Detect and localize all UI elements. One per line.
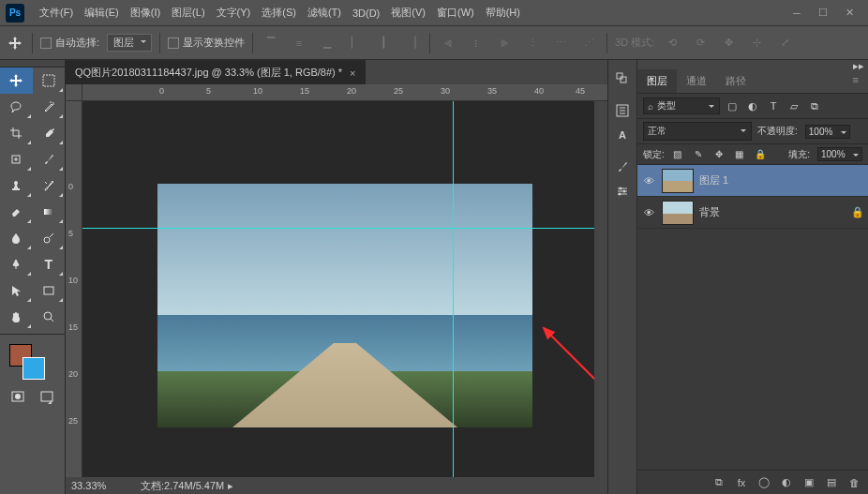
pen-tool[interactable]	[0, 251, 33, 277]
hand-tool[interactable]	[0, 304, 33, 330]
lock-artboard-icon[interactable]: ▦	[732, 148, 747, 161]
type-tool[interactable]: T	[33, 251, 66, 277]
zoom-tool[interactable]	[33, 304, 66, 330]
healing-tool[interactable]	[0, 146, 33, 172]
move-tool[interactable]	[0, 67, 33, 94]
eyedropper-tool[interactable]	[33, 120, 66, 146]
delete-layer-icon[interactable]: 🗑	[846, 475, 862, 490]
menu-help[interactable]: 帮助(H)	[480, 6, 526, 20]
properties-panel-icon[interactable]	[612, 100, 633, 121]
show-transform-checkbox[interactable]	[168, 37, 179, 49]
screenmode-icon[interactable]	[40, 387, 53, 406]
panel-collapse-icon[interactable]: ▸▸	[637, 60, 868, 69]
guide-vertical[interactable]	[453, 101, 454, 494]
gradient-tool[interactable]	[33, 199, 66, 225]
move-tool-icon[interactable]	[6, 34, 24, 52]
menu-layer[interactable]: 图层(L)	[166, 6, 210, 20]
ruler-horizontal[interactable]: 0 5 10 15 20 25 30 35 40 45	[82, 84, 607, 101]
tab-paths[interactable]: 路径	[716, 69, 756, 93]
filter-type-icon[interactable]: T	[765, 98, 782, 113]
align-right-icon[interactable]: ▕	[401, 34, 422, 52]
auto-select-dropdown[interactable]: 图层	[107, 34, 152, 52]
panel-menu-icon[interactable]: ≡	[844, 69, 868, 93]
brush-tool[interactable]	[33, 146, 66, 172]
ruler-vertical[interactable]: 0 5 10 15 20 25	[66, 101, 82, 494]
dist-vcenter-icon[interactable]: ⫶	[466, 34, 486, 52]
layer-row[interactable]: 👁 背景 🔒	[637, 197, 868, 229]
background-color[interactable]	[22, 357, 45, 380]
layer-fx-icon[interactable]: fx	[733, 475, 750, 490]
layer-mask-icon[interactable]: ◯	[756, 475, 772, 490]
filter-kind-dropdown[interactable]: ⌕类型	[643, 97, 720, 114]
menu-view[interactable]: 视图(V)	[385, 6, 431, 20]
window-maximize[interactable]: ☐	[810, 4, 836, 22]
align-top-icon[interactable]: ▔	[261, 34, 281, 52]
3d-scale-icon[interactable]: ⤢	[774, 34, 795, 52]
menu-type[interactable]: 文字(Y)	[211, 6, 257, 20]
window-close[interactable]: ✕	[836, 4, 862, 22]
align-left-icon[interactable]: ▏	[345, 34, 366, 52]
path-select-tool[interactable]	[0, 277, 33, 304]
fill-input[interactable]: 100%	[817, 147, 862, 161]
lasso-tool[interactable]	[0, 94, 33, 120]
filter-smart-icon[interactable]: ⧉	[806, 98, 823, 113]
fill-adjust-icon[interactable]: ◐	[778, 475, 795, 490]
3d-roll-icon[interactable]: ⟳	[690, 34, 711, 52]
magic-wand-tool[interactable]	[33, 94, 66, 120]
3d-slide-icon[interactable]: ⊹	[746, 34, 767, 52]
menu-filter[interactable]: 滤镜(T)	[302, 6, 347, 20]
layer-row[interactable]: 👁 图层 1	[637, 165, 868, 197]
quickmask-icon[interactable]	[11, 387, 24, 406]
color-swatches[interactable]	[0, 338, 65, 385]
auto-select-checkbox[interactable]	[40, 37, 52, 49]
new-layer-icon[interactable]: ▤	[823, 475, 840, 490]
layer-name[interactable]: 图层 1	[699, 173, 864, 187]
menu-edit[interactable]: 编辑(E)	[79, 6, 125, 20]
menu-file[interactable]: 文件(F)	[34, 6, 79, 20]
filter-adjust-icon[interactable]: ◐	[744, 98, 761, 113]
window-minimize[interactable]: ─	[784, 4, 810, 22]
dist-bottom-icon[interactable]: ⫸	[494, 34, 515, 52]
layer-thumbnail[interactable]	[662, 201, 694, 225]
ruler-origin[interactable]	[66, 84, 82, 101]
3d-orbit-icon[interactable]: ⟲	[662, 34, 682, 52]
doc-info-menu-icon[interactable]: ▸	[228, 480, 233, 492]
opacity-input[interactable]: 100%	[805, 125, 850, 139]
layer-thumbnail[interactable]	[662, 169, 694, 193]
menu-image[interactable]: 图像(I)	[125, 6, 166, 20]
scrollbar-vertical[interactable]	[594, 101, 607, 477]
menu-select[interactable]: 选择(S)	[256, 6, 302, 20]
document-tab[interactable]: QQ图片20180311184437.jpg @ 33.3% (图层 1, RG…	[66, 60, 366, 84]
brush-panel-icon[interactable]	[612, 157, 633, 177]
align-hcenter-icon[interactable]: ┃	[373, 34, 394, 52]
doc-info[interactable]: 文档:2.74M/5.47M	[135, 479, 224, 493]
new-group-icon[interactable]: ▣	[801, 475, 817, 490]
tab-layers[interactable]: 图层	[637, 69, 677, 93]
filter-image-icon[interactable]: ▢	[724, 98, 741, 113]
visibility-toggle[interactable]: 👁	[641, 207, 656, 218]
dist-left-icon[interactable]: ⋮	[522, 34, 543, 52]
blur-tool[interactable]	[0, 225, 33, 251]
crop-tool[interactable]	[0, 120, 33, 146]
lock-transparent-icon[interactable]: ▨	[670, 148, 685, 161]
filter-shape-icon[interactable]: ▱	[786, 98, 802, 113]
align-vcenter-icon[interactable]: ≡	[289, 34, 309, 52]
eraser-tool[interactable]	[0, 199, 33, 225]
3d-pan-icon[interactable]: ✥	[718, 34, 739, 52]
character-panel-icon[interactable]: A	[612, 125, 633, 145]
menu-3d[interactable]: 3D(D)	[347, 7, 385, 19]
layer-name[interactable]: 背景	[699, 205, 846, 219]
lock-all-icon[interactable]: 🔒	[753, 148, 768, 161]
tools-grip[interactable]	[0, 60, 65, 67]
menu-window[interactable]: 窗口(W)	[431, 6, 480, 20]
tab-channels[interactable]: 通道	[677, 69, 716, 93]
zoom-level[interactable]: 33.33%	[66, 480, 135, 491]
dist-hcenter-icon[interactable]: ⋯	[550, 34, 571, 52]
lock-position-icon[interactable]: ✥	[711, 148, 726, 161]
history-panel-icon[interactable]	[612, 68, 633, 89]
shape-tool[interactable]	[33, 277, 66, 304]
blend-mode-dropdown[interactable]: 正常	[643, 122, 752, 141]
adjust-panel-icon[interactable]	[612, 181, 633, 202]
align-bottom-icon[interactable]: ▁	[317, 34, 337, 52]
canvas-viewport[interactable]	[82, 101, 607, 494]
